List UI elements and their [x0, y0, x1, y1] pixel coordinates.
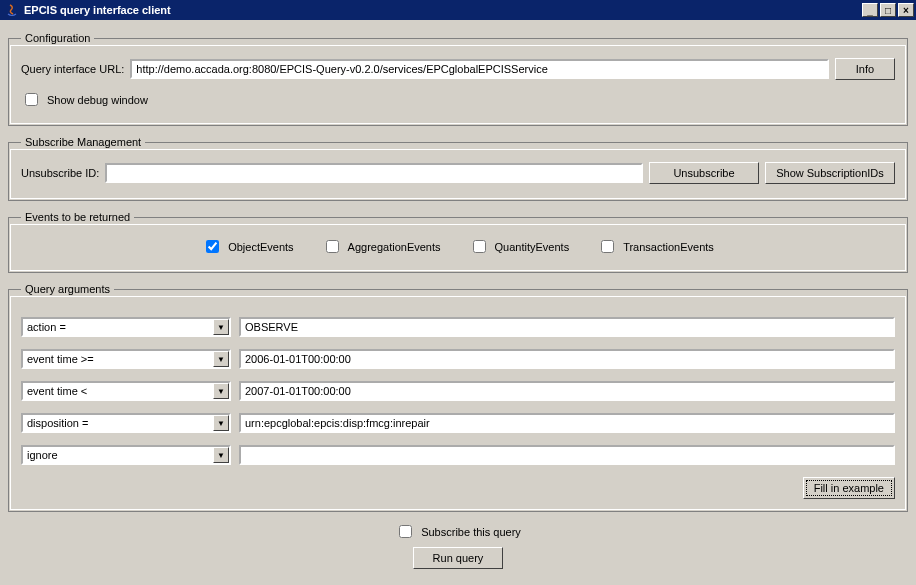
quantity-events-container[interactable]: QuantityEvents [469, 237, 570, 256]
arg-row: event time < ▼ [21, 381, 895, 401]
arg-param-select[interactable]: event time >= ▼ [21, 349, 231, 369]
object-events-container[interactable]: ObjectEvents [202, 237, 293, 256]
quantity-events-checkbox[interactable] [473, 240, 486, 253]
arg-param-select[interactable]: ignore ▼ [21, 445, 231, 465]
maximize-button[interactable]: □ [880, 3, 896, 17]
fill-example-button[interactable]: Fill in example [803, 477, 895, 499]
subscribe-query-checkbox[interactable] [399, 525, 412, 538]
object-events-checkbox[interactable] [206, 240, 219, 253]
url-input[interactable] [130, 59, 829, 79]
query-args-group: Query arguments action = ▼ event time >=… [8, 283, 908, 512]
aggregation-events-label: AggregationEvents [348, 241, 441, 253]
arg-value-input[interactable] [239, 413, 895, 433]
arg-param-selected: ignore [27, 449, 213, 461]
arg-value-input[interactable] [239, 349, 895, 369]
arg-row: action = ▼ [21, 317, 895, 337]
arg-param-select[interactable]: action = ▼ [21, 317, 231, 337]
arg-param-select[interactable]: event time < ▼ [21, 381, 231, 401]
run-query-button[interactable]: Run query [413, 547, 503, 569]
configuration-group: Configuration Query interface URL: Info … [8, 32, 908, 126]
unsubscribe-label: Unsubscribe ID: [21, 167, 99, 179]
aggregation-events-checkbox[interactable] [326, 240, 339, 253]
configuration-legend: Configuration [21, 32, 94, 44]
arg-row: ignore ▼ [21, 445, 895, 465]
window-title: EPCIS query interface client [24, 4, 860, 16]
minimize-button[interactable]: _ [862, 3, 878, 17]
close-button[interactable]: × [898, 3, 914, 17]
arg-row: disposition = ▼ [21, 413, 895, 433]
transaction-events-container[interactable]: TransactionEvents [597, 237, 714, 256]
debug-checkbox[interactable] [25, 93, 38, 106]
transaction-events-label: TransactionEvents [623, 241, 714, 253]
subscribe-group: Subscribe Management Unsubscribe ID: Uns… [8, 136, 908, 201]
show-subscription-ids-button[interactable]: Show SubscriptionIDs [765, 162, 895, 184]
chevron-down-icon: ▼ [213, 447, 229, 463]
arg-param-selected: action = [27, 321, 213, 333]
chevron-down-icon: ▼ [213, 415, 229, 431]
debug-checkbox-label: Show debug window [47, 94, 148, 106]
arg-param-select[interactable]: disposition = ▼ [21, 413, 231, 433]
object-events-label: ObjectEvents [228, 241, 293, 253]
events-group: Events to be returned ObjectEvents Aggre… [8, 211, 908, 273]
arg-row: event time >= ▼ [21, 349, 895, 369]
arg-value-input[interactable] [239, 317, 895, 337]
chevron-down-icon: ▼ [213, 383, 229, 399]
subscribe-query-label: Subscribe this query [421, 526, 521, 538]
subscribe-legend: Subscribe Management [21, 136, 145, 148]
java-icon [4, 2, 20, 18]
arg-value-input[interactable] [239, 445, 895, 465]
transaction-events-checkbox[interactable] [601, 240, 614, 253]
arg-value-input[interactable] [239, 381, 895, 401]
titlebar: EPCIS query interface client _ □ × [0, 0, 916, 20]
subscribe-query-container[interactable]: Subscribe this query [395, 522, 521, 541]
events-legend: Events to be returned [21, 211, 134, 223]
chevron-down-icon: ▼ [213, 319, 229, 335]
chevron-down-icon: ▼ [213, 351, 229, 367]
arg-param-selected: event time >= [27, 353, 213, 365]
debug-checkbox-container[interactable]: Show debug window [21, 90, 148, 109]
arg-param-selected: disposition = [27, 417, 213, 429]
url-label: Query interface URL: [21, 63, 124, 75]
unsubscribe-input[interactable] [105, 163, 643, 183]
content-area: Configuration Query interface URL: Info … [0, 20, 916, 581]
arg-param-selected: event time < [27, 385, 213, 397]
unsubscribe-button[interactable]: Unsubscribe [649, 162, 759, 184]
info-button[interactable]: Info [835, 58, 895, 80]
quantity-events-label: QuantityEvents [495, 241, 570, 253]
query-args-legend: Query arguments [21, 283, 114, 295]
aggregation-events-container[interactable]: AggregationEvents [322, 237, 441, 256]
